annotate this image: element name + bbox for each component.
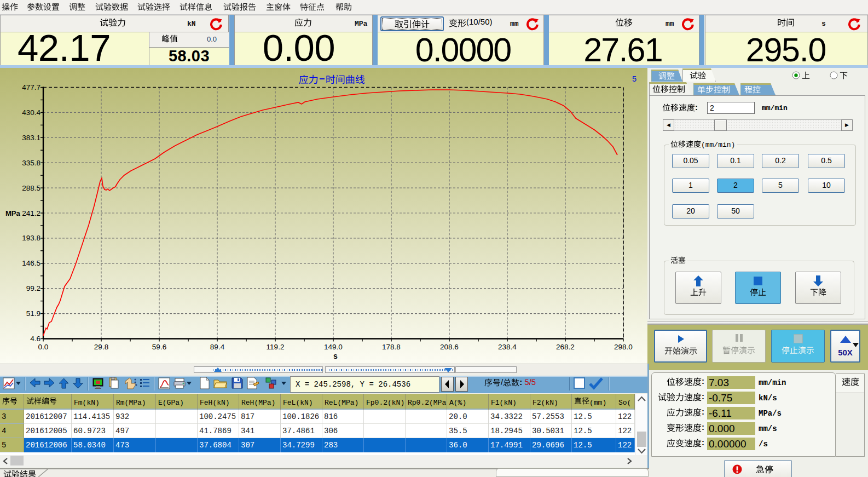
svg-text:s: s (333, 352, 338, 360)
svg-text:178.8: 178.8 (382, 343, 401, 351)
svg-text:208.6: 208.6 (440, 343, 459, 351)
svg-text:241.2: 241.2 (22, 209, 40, 217)
svg-text:383.1: 383.1 (22, 134, 40, 142)
svg-text:288.5: 288.5 (22, 184, 40, 192)
svg-text:268.2: 268.2 (556, 343, 575, 351)
svg-text:29.8: 29.8 (94, 343, 108, 351)
svg-text:4.6: 4.6 (30, 335, 40, 343)
svg-text:430.4: 430.4 (22, 108, 40, 117)
svg-text:193.8: 193.8 (22, 234, 40, 242)
svg-text:89.4: 89.4 (210, 343, 225, 351)
svg-text:335.8: 335.8 (22, 159, 40, 167)
svg-text:149.0: 149.0 (324, 343, 343, 351)
svg-text:146.5: 146.5 (22, 259, 40, 267)
svg-text:238.4: 238.4 (498, 343, 517, 351)
svg-text:99.2: 99.2 (26, 284, 40, 292)
svg-text:5: 5 (632, 74, 636, 83)
svg-text:59.6: 59.6 (152, 343, 166, 351)
svg-text:298.0: 298.0 (614, 343, 633, 351)
svg-text:51.9: 51.9 (26, 309, 40, 318)
svg-text:477.7: 477.7 (22, 83, 40, 91)
svg-text:0.0: 0.0 (38, 343, 49, 351)
svg-text:119.2: 119.2 (267, 343, 285, 351)
